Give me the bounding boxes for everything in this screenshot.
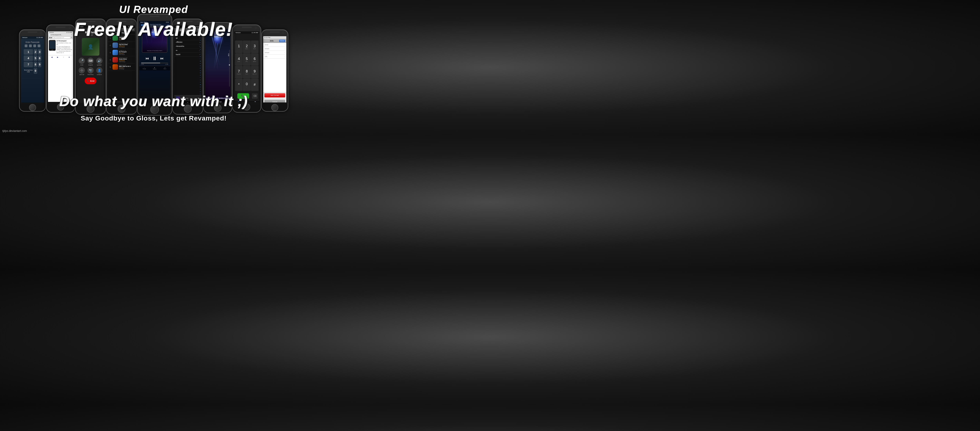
speaker-button[interactable]: 🔊 speaker: [95, 57, 103, 66]
delete-button[interactable]: ⌫: [252, 93, 258, 99]
contact-cancel-row: Cancel: [263, 99, 286, 102]
contact-screen: Info Done Email › Default ›: [263, 39, 286, 102]
keypad-button[interactable]: ⌨ keypad: [87, 57, 94, 66]
contact-info-title: Info: [264, 40, 279, 42]
list-item[interactable]: backl! ›: [174, 52, 201, 57]
keypad-key-8[interactable]: 8 TUV: [243, 66, 250, 78]
phone9-time: 6:13 PM: [264, 37, 270, 38]
elapsed-time: 0:59: [141, 64, 144, 65]
home-button[interactable]: [29, 104, 36, 111]
play-pause-button[interactable]: ⏸: [152, 56, 157, 62]
keypad-key-2[interactable]: 2 ABC: [243, 41, 250, 53]
key-emergency[interactable]: EmergencyCall: [24, 68, 33, 74]
nav-songs[interactable]: ♪ Songs: [139, 67, 150, 70]
facetime-button[interactable]: 📷 FaceTime: [87, 67, 94, 75]
app-icon: [113, 57, 118, 62]
music-progress: 0:59 -1:55: [139, 63, 170, 65]
key-2[interactable]: 2: [34, 49, 37, 55]
key-7[interactable]: 7: [24, 62, 33, 67]
field-label: Default: [265, 52, 273, 53]
phone2-speaker-icon: [56, 27, 65, 28]
key-num: 7: [238, 69, 240, 73]
key-num: 4: [238, 57, 240, 61]
next-track-icon[interactable]: ⏭: [160, 56, 164, 60]
app-rank: 5.: [109, 66, 111, 68]
passcode-dots: [22, 45, 43, 47]
list-item[interactable]: 3. GAMEVIL Inc. Air Penguin ★★★★★ 5226 R…: [108, 49, 135, 56]
list-item[interactable]: Affliction ›: [174, 40, 201, 44]
mute-button[interactable]: 🎤 mute: [78, 57, 86, 66]
browser-title: UI Revamped: [56, 40, 72, 42]
list-item[interactable]: 5. Electronic Arts NBA JAM by EA S ★★★★★…: [108, 64, 135, 71]
keypad-key-hash[interactable]: #: [251, 79, 259, 91]
contact-field-default2: Default ›: [263, 51, 286, 55]
key-letters: WXYZ: [253, 73, 257, 75]
nav-voicemail[interactable]: 📨 Voicemail: [251, 101, 259, 102]
field-arrow-icon: ›: [284, 52, 285, 54]
phone2-status-bar: Verizon 12:19 AM: [48, 31, 73, 33]
keypad-key-5[interactable]: 5 JKL: [243, 53, 250, 66]
cancel-button[interactable]: Cancel: [264, 100, 285, 102]
prev-track-icon[interactable]: ⏮: [145, 56, 149, 60]
nav-videos[interactable]: ▶ Videos: [150, 67, 160, 70]
key-num: *: [238, 83, 240, 87]
phone9-speaker-icon: [270, 32, 280, 33]
concert-screen: I SEESTARS THE END OF THE WORLD PARTY 0:…: [205, 32, 230, 102]
phone-contact: 6:13 PM Info Done Email › Def: [261, 29, 288, 112]
progress-bar[interactable]: [141, 63, 168, 63]
end-call-button[interactable]: 📞 End: [85, 78, 96, 84]
app-icon: [113, 50, 118, 55]
key-0[interactable]: 0: [34, 68, 37, 74]
list-item[interactable]: re ›: [174, 48, 201, 52]
field-arrow-icon: ›: [284, 44, 285, 46]
delete-contact-button[interactable]: lete Contact: [264, 93, 285, 97]
key-6[interactable]: 6: [38, 56, 41, 61]
keypad-key-1[interactable]: 1: [235, 41, 243, 53]
key-num: 8: [246, 69, 248, 73]
list-item[interactable]: Alexandria ›: [174, 44, 201, 48]
key-letters: [239, 48, 239, 49]
keypad-key-9[interactable]: 9 WXYZ: [251, 66, 259, 78]
app-stars: ★★★★★: [119, 52, 134, 54]
keypad-key-0[interactable]: 0 +: [243, 79, 250, 91]
keypad-key-star[interactable]: *: [235, 79, 243, 91]
keypad-key-7[interactable]: 7 PQRS: [235, 66, 243, 78]
music-controls: ⏮ ⏸ ⏭: [139, 54, 170, 63]
list-item[interactable]: 4. Clickgamer.com Angry Birds ★★★★★ 4182…: [108, 56, 135, 64]
phone9-home-button[interactable]: [271, 104, 278, 111]
passcode-grid: 1 2 3 4 5 6 7 8 9 EmergencyCall 0: [22, 49, 43, 74]
field-label: Email: [265, 44, 273, 45]
done-button[interactable]: Done: [279, 40, 285, 42]
keypad-grid: 1 2 ABC 3 DEF 4 GHI: [234, 40, 259, 92]
facetime-label: FaceTime: [88, 74, 94, 75]
artist-name: re: [176, 49, 177, 51]
artist-name: backl!: [176, 54, 180, 56]
passcode-screen: Enter Passcode 1 2 3 4 5 6 7: [21, 39, 44, 102]
add-call-button[interactable]: ➕ add call: [78, 67, 86, 75]
key-1[interactable]: 1: [24, 49, 33, 55]
nav-more[interactable]: ••• More: [160, 67, 170, 70]
field-label: URL: [265, 56, 273, 57]
phone8-camera-icon: [255, 27, 257, 29]
phone8-status-bar: Verizon 11:44 AM: [234, 31, 259, 34]
carrier-label: Verizon: [22, 37, 27, 38]
key-9[interactable]: 9: [38, 62, 41, 67]
keypad-key-4[interactable]: 4 GHI: [235, 53, 243, 66]
watermark: tjdyo.deviantart.com: [2, 129, 27, 132]
contacts-icon: 👤: [96, 67, 102, 73]
keypad-key-6[interactable]: 6 MNO: [251, 53, 259, 66]
key-4[interactable]: 4: [24, 56, 33, 61]
list-item[interactable]: 2. Pocket Gems, Inc. Tap Pet Hotel ★★★★★…: [108, 42, 135, 49]
app-rank: 3.: [109, 52, 111, 54]
scrubber[interactable]: [229, 50, 230, 87]
phone9-status-bar: 6:13 PM: [263, 36, 286, 39]
key-5[interactable]: 5: [34, 56, 37, 61]
say-goodbye-text: Say Goodbye to Gloss, Lets get Revamped!: [81, 115, 227, 122]
key-8[interactable]: 8: [34, 62, 37, 67]
key-3[interactable]: 3: [38, 49, 41, 55]
music-times: 0:59 -1:55: [141, 64, 168, 65]
contacts-button[interactable]: 👤 contacts: [95, 67, 103, 75]
keypad-key-3[interactable]: 3 DEF: [251, 41, 259, 53]
key-letters: MNO: [253, 61, 256, 62]
call-avatar: 👤: [82, 38, 99, 56]
